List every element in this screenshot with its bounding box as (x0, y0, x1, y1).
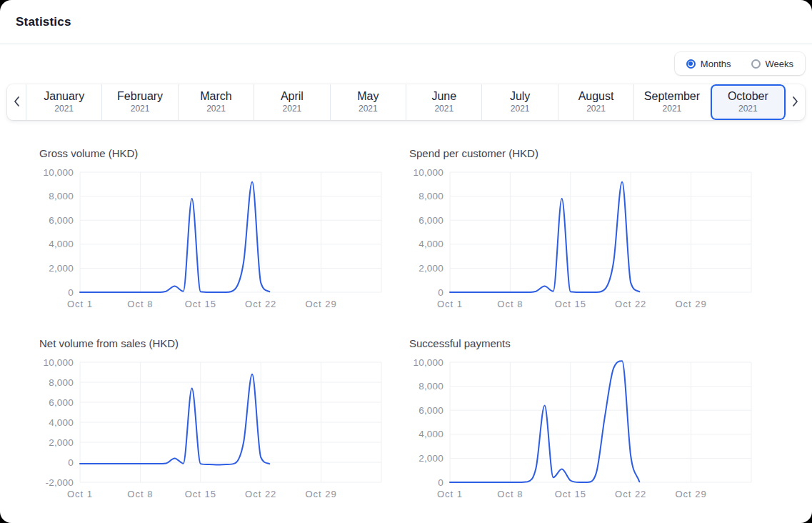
tab-month-label: June (431, 90, 456, 103)
y-axis-label: 8,000 (418, 381, 443, 392)
tab-september[interactable]: September2021 (633, 84, 709, 120)
tab-october[interactable]: October2021 (710, 84, 786, 120)
chart-block: Successful payments02,0004,0006,0008,000… (409, 337, 752, 503)
tab-month-label: April (281, 90, 304, 103)
chart-line (80, 374, 269, 465)
x-axis-label: Oct 8 (497, 489, 523, 499)
tab-month-label: September (644, 90, 700, 103)
tab-month-label: July (510, 90, 530, 103)
tab-month-label: February (117, 90, 163, 103)
tab-year-label: 2021 (206, 104, 226, 114)
y-axis-label: 6,000 (418, 405, 443, 416)
y-axis-label: 0 (68, 457, 74, 468)
x-axis-label: Oct 1 (67, 489, 93, 499)
y-axis-label: 2,000 (418, 453, 443, 464)
chart-plot: -2,00002,0004,0006,0008,00010,000Oct 1Oc… (39, 353, 382, 500)
prev-months-button[interactable] (7, 84, 26, 120)
x-axis-label: Oct 22 (615, 299, 646, 309)
x-axis-label: Oct 22 (615, 489, 646, 499)
tab-april[interactable]: April2021 (254, 84, 329, 120)
chart-line (80, 181, 269, 292)
x-axis-label: Oct 15 (555, 299, 586, 309)
tab-year-label: 2021 (738, 104, 758, 114)
chart-line (450, 181, 639, 292)
y-axis-label: 2,000 (49, 263, 74, 274)
y-axis-label: 10,000 (413, 167, 444, 178)
y-axis-label: 8,000 (49, 377, 74, 388)
tab-february[interactable]: February2021 (101, 84, 177, 120)
x-axis-label: Oct 15 (185, 299, 216, 309)
chart-block: Spend per customer (HKD)02,0004,0006,000… (409, 147, 752, 313)
radio-weeks[interactable]: Weeks (751, 59, 794, 69)
x-axis-label: Oct 22 (245, 489, 276, 499)
x-axis-label: Oct 8 (127, 489, 153, 499)
y-axis-label: 8,000 (418, 191, 443, 201)
month-tab-strip: January2021February2021March2021April202… (7, 84, 805, 120)
chart-plot: 02,0004,0006,0008,00010,000Oct 1Oct 8Oct… (409, 163, 752, 310)
x-axis-label: Oct 29 (675, 299, 706, 309)
chart-title: Gross volume (HKD) (39, 147, 382, 159)
x-axis-label: Oct 29 (675, 489, 706, 499)
x-axis-label: Oct 8 (497, 299, 523, 309)
x-axis-label: Oct 1 (67, 299, 93, 309)
charts-grid: Gross volume (HKD)02,0004,0006,0008,0001… (0, 120, 812, 503)
chart-title: Spend per customer (HKD) (409, 147, 752, 159)
radio-unselected-icon[interactable] (751, 59, 761, 69)
tab-month-label: March (200, 90, 231, 103)
tab-january[interactable]: January2021 (26, 84, 101, 120)
x-axis-label: Oct 1 (437, 489, 463, 499)
y-axis-label: 6,000 (418, 215, 443, 226)
chart-title: Net volume from sales (HKD) (39, 337, 382, 349)
x-axis-label: Oct 1 (437, 299, 463, 309)
y-axis-label: -2,000 (46, 477, 74, 488)
x-axis-label: Oct 15 (555, 489, 586, 499)
y-axis-label: 0 (438, 287, 443, 298)
tab-month-label: August (578, 90, 614, 103)
header: Statistics (0, 0, 812, 44)
tab-month-label: January (44, 90, 84, 103)
tab-july[interactable]: July2021 (481, 84, 557, 120)
tab-august[interactable]: August2021 (558, 84, 633, 120)
tab-month-label: October (728, 90, 768, 103)
tab-month-label: May (357, 90, 379, 103)
chart-plot: 02,0004,0006,0008,00010,000Oct 1Oct 8Oct… (39, 163, 382, 310)
tab-year-label: 2021 (54, 104, 74, 114)
y-axis-label: 6,000 (49, 215, 74, 226)
chart-block: Net volume from sales (HKD)-2,00002,0004… (39, 337, 382, 503)
tab-year-label: 2021 (359, 104, 378, 114)
radio-selected-icon[interactable] (686, 59, 696, 69)
y-axis-label: 8,000 (49, 191, 74, 201)
y-axis-label: 10,000 (413, 357, 444, 368)
statistics-window: Statistics Months Weeks January2021Febru… (0, 0, 812, 523)
tab-year-label: 2021 (586, 104, 606, 114)
y-axis-label: 0 (438, 477, 443, 488)
y-axis-label: 2,000 (49, 437, 74, 448)
chart-line (450, 361, 639, 482)
y-axis-label: 0 (68, 287, 74, 298)
y-axis-label: 6,000 (49, 397, 74, 408)
x-axis-label: Oct 15 (185, 489, 216, 499)
radio-weeks-label: Weeks (766, 59, 794, 69)
radio-months-label: Months (701, 59, 731, 69)
y-axis-label: 10,000 (44, 357, 74, 368)
chevron-left-icon (13, 96, 20, 109)
chart-title: Successful payments (409, 337, 752, 349)
chart-plot: 02,0004,0006,0008,00010,000Oct 1Oct 8Oct… (409, 353, 752, 500)
tab-year-label: 2021 (131, 104, 150, 114)
tab-year-label: 2021 (511, 104, 530, 114)
x-axis-label: Oct 8 (127, 299, 153, 309)
tab-june[interactable]: June2021 (406, 84, 481, 120)
tab-may[interactable]: May2021 (330, 84, 406, 120)
x-axis-label: Oct 29 (305, 299, 336, 309)
page-title: Statistics (16, 15, 71, 29)
x-axis-label: Oct 22 (245, 299, 276, 309)
y-axis-label: 4,000 (418, 239, 443, 249)
y-axis-label: 2,000 (418, 263, 443, 274)
tab-march[interactable]: March2021 (178, 84, 254, 120)
next-months-button[interactable] (786, 84, 805, 120)
y-axis-label: 10,000 (44, 167, 74, 178)
y-axis-label: 4,000 (418, 429, 443, 439)
radio-months[interactable]: Months (686, 59, 731, 69)
tab-year-label: 2021 (663, 104, 682, 114)
period-toggle-group: Months Weeks (675, 52, 805, 75)
